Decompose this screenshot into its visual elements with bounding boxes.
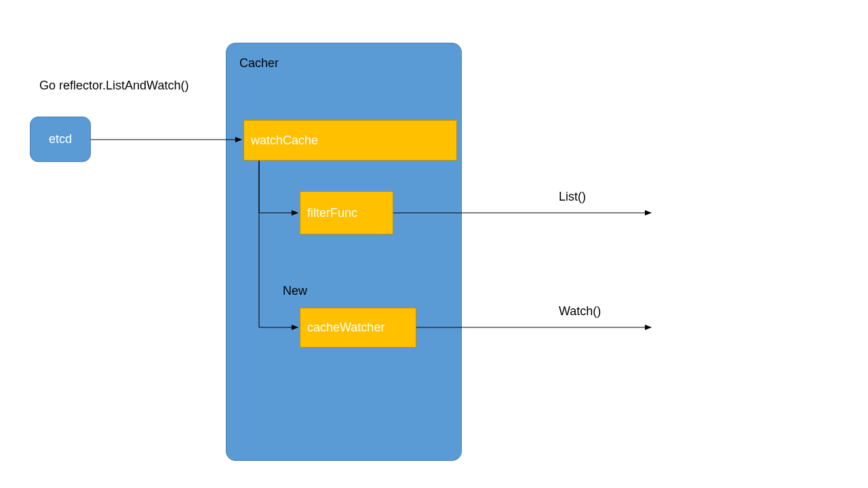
new-label: New: [283, 284, 307, 298]
etcd-text: etcd: [49, 132, 72, 146]
cachewatcher-node: cacheWatcher: [300, 308, 416, 348]
cacher-container: [226, 43, 462, 461]
cachewatcher-text: cacheWatcher: [307, 321, 384, 335]
cacher-label: Cacher: [239, 56, 279, 70]
watchcache-node: watchCache: [243, 120, 457, 161]
filterfunc-node: filterFunc: [300, 191, 393, 235]
go-reflector-label: Go reflector.ListAndWatch(): [39, 79, 189, 93]
filterfunc-text: filterFunc: [307, 206, 357, 220]
etcd-node: etcd: [30, 117, 91, 162]
watch-label: Watch(): [559, 304, 601, 319]
watchcache-text: watchCache: [251, 134, 318, 148]
list-label: List(): [559, 190, 586, 204]
